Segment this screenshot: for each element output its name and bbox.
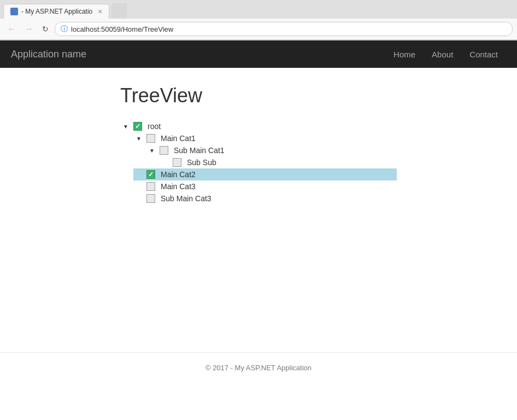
tree-checkbox-submaincat1[interactable] <box>160 146 168 155</box>
info-icon: ⓘ <box>61 24 68 34</box>
tree-row-maincat3[interactable]: ▼ Main Cat3 <box>133 180 397 192</box>
tree-checkbox-subsub[interactable] <box>173 158 181 167</box>
tree-label-maincat1: Main Cat1 <box>161 134 196 143</box>
tree-node-submaincat3: ▼ Sub Main Cat3 <box>133 192 397 205</box>
tree-checkbox-maincat3[interactable] <box>146 182 155 191</box>
tree-row-submaincat1[interactable]: ▼ Sub Main Cat1 <box>146 144 397 156</box>
tree-node-maincat3: ▼ Main Cat3 <box>133 180 397 192</box>
tree-checkbox-submaincat3[interactable] <box>146 194 155 203</box>
browser-tab[interactable]: - My ASP.NET Applicatio × <box>3 4 109 19</box>
url-text: localhost:50059/Home/TreeView <box>71 25 173 33</box>
tab-title: - My ASP.NET Applicatio <box>21 8 92 15</box>
tree-children-maincat1: ▼ Sub Main Cat1 ▼ Sub S <box>146 144 397 168</box>
tree-row-maincat2[interactable]: ▼ Main Cat2 <box>133 168 397 180</box>
tree-row-root[interactable]: ▼ root <box>120 120 397 132</box>
tree-label-root: root <box>148 122 161 131</box>
tab-close-button[interactable]: × <box>98 7 102 16</box>
url-bar[interactable]: ⓘ localhost:50059/Home/TreeView <box>55 22 513 36</box>
tree-label-maincat2: Main Cat2 <box>161 170 196 179</box>
nav-links: Home About Contact <box>385 42 506 67</box>
new-tab-button[interactable] <box>111 3 127 19</box>
tab-bar: - My ASP.NET Applicatio × <box>0 0 517 19</box>
tree-label-subsub: Sub Sub <box>187 158 216 167</box>
footer: © 2017 - My ASP.NET Application <box>0 352 517 383</box>
nav-link-home[interactable]: Home <box>385 42 424 67</box>
tree-node-submaincat1: ▼ Sub Main Cat1 ▼ Sub S <box>146 144 397 168</box>
tree-node-root: ▼ root ▼ Main Cat1 ▼ <box>120 120 397 205</box>
tree-label-maincat3: Main Cat3 <box>161 182 196 191</box>
tree-toggle-root[interactable]: ▼ <box>121 122 130 131</box>
tree-children-root: ▼ Main Cat1 ▼ Sub Main Cat1 <box>133 132 397 205</box>
tree-checkbox-maincat2[interactable] <box>146 170 155 179</box>
app-navbar: Application name Home About Contact <box>0 40 517 68</box>
reload-button[interactable]: ↻ <box>39 24 51 34</box>
tree-node-maincat1: ▼ Main Cat1 ▼ Sub Main Cat1 <box>133 132 397 168</box>
tree-label-submaincat3: Sub Main Cat3 <box>161 194 212 203</box>
footer-text: © 2017 - My ASP.NET Application <box>205 364 312 372</box>
tree-node-subsub: ▼ Sub Sub <box>160 156 397 168</box>
tree-checkbox-maincat1[interactable] <box>146 134 155 143</box>
nav-link-about[interactable]: About <box>424 42 461 67</box>
tree-row-maincat1[interactable]: ▼ Main Cat1 <box>133 132 397 144</box>
tree-label-submaincat1: Sub Main Cat1 <box>174 146 225 155</box>
tree-toggle-maincat1[interactable]: ▼ <box>134 134 143 143</box>
page-title: TreeView <box>120 84 397 107</box>
tree-row-submaincat3[interactable]: ▼ Sub Main Cat3 <box>133 192 397 205</box>
back-button[interactable]: ← <box>4 23 19 35</box>
tree-children-submaincat1: ▼ Sub Sub <box>160 156 397 168</box>
tab-icon <box>10 8 18 15</box>
tree-toggle-submaincat1[interactable]: ▼ <box>148 146 156 155</box>
tree-row-subsub[interactable]: ▼ Sub Sub <box>160 156 397 168</box>
app-brand[interactable]: Application name <box>11 40 385 68</box>
forward-button[interactable]: → <box>22 23 36 35</box>
treeview: ▼ root ▼ Main Cat1 ▼ <box>120 120 397 205</box>
tree-checkbox-root[interactable] <box>133 122 142 131</box>
address-bar: ← → ↻ ⓘ localhost:50059/Home/TreeView <box>0 19 517 40</box>
browser-chrome: - My ASP.NET Applicatio × ← → ↻ ⓘ localh… <box>0 0 517 40</box>
nav-link-contact[interactable]: Contact <box>461 42 506 67</box>
main-content: TreeView ▼ root ▼ Main Cat1 <box>0 68 517 341</box>
tree-node-maincat2: ▼ Main Cat2 <box>133 168 397 180</box>
